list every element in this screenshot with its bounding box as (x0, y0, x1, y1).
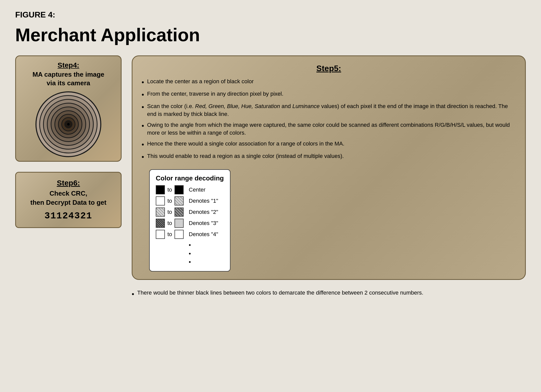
denotes-2: Denotes "2" (189, 209, 218, 215)
swatch-pattern-1 (175, 196, 184, 205)
bullet-5: Hence the there would a single color ass… (142, 140, 516, 149)
swatch-black-1 (156, 185, 165, 194)
color-row-3: to Denotes "3" (156, 219, 224, 228)
bottom-note-text: There would be thinner black lines betwe… (137, 289, 423, 297)
swatch-white-1 (156, 196, 165, 205)
bullet-4: Owing to the angle from which the image … (142, 121, 516, 137)
step5-bullets: Locate the center as a region of black c… (142, 78, 516, 162)
step5-title: Step5: (142, 64, 516, 73)
bottom-note: There would be thinner black lines betwe… (132, 289, 526, 299)
swatch-light-1 (156, 208, 165, 217)
to-label-5: to (167, 231, 172, 238)
to-label-1: to (167, 187, 172, 193)
step6-box: Step6: Check CRC,then Decrypt Data to ge… (15, 172, 122, 228)
figure-label: FIGURE 4: (15, 10, 526, 19)
color-row-2: to Denotes "2" (156, 208, 224, 217)
right-column: Step5: Locate the center as a region of … (132, 55, 526, 299)
concentric-circles (35, 93, 101, 156)
swatch-dark-1 (156, 219, 165, 228)
color-range-title: Color range decoding (156, 174, 224, 182)
bullet-6: This would enable to read a region as a … (142, 152, 516, 162)
denotes-1: Denotes "1" (189, 198, 218, 204)
swatch-black-2 (175, 185, 184, 194)
swatch-gray-1 (175, 219, 184, 228)
step4-subtitle: MA captures the imagevia its camera (32, 70, 104, 88)
page-title: Merchant Application (15, 25, 526, 45)
color-row-1: to Denotes "1" (156, 196, 224, 205)
step6-title: Step6: (57, 179, 80, 187)
to-label-4: to (167, 220, 172, 226)
color-range-box: Color range decoding to Center to Denote… (149, 169, 230, 272)
swatch-white-3 (175, 230, 184, 239)
left-column: Step4: MA captures the imagevia its came… (15, 55, 122, 228)
to-label-3: to (167, 209, 172, 215)
step6-number: 31124321 (45, 211, 92, 221)
to-label-2: to (167, 198, 172, 204)
denotes-4: Denotes "4" (189, 231, 218, 238)
color-row-center: to Center (156, 185, 224, 194)
bullet-3: Scan the color (i.e. Red, Green, Blue, H… (142, 102, 516, 118)
main-layout: Step4: MA captures the imagevia its came… (15, 55, 526, 299)
step5-box: Step5: Locate the center as a region of … (132, 55, 526, 280)
color-row-4: to Denotes "4" (156, 230, 224, 239)
denotes-3: Denotes "3" (189, 220, 218, 226)
swatch-white-2 (156, 230, 165, 239)
step6-text: Check CRC,then Decrypt Data to get (30, 189, 107, 207)
swatch-medium-1 (175, 208, 184, 217)
step4-box: Step4: MA captures the imagevia its came… (15, 55, 122, 162)
bullet-1: Locate the center as a region of black c… (142, 78, 516, 87)
denotes-center: Center (189, 187, 205, 193)
dots-section: ••• (156, 241, 224, 266)
step4-title: Step4: (57, 61, 79, 69)
bullet-2: From the center, traverse in any directi… (142, 90, 516, 99)
